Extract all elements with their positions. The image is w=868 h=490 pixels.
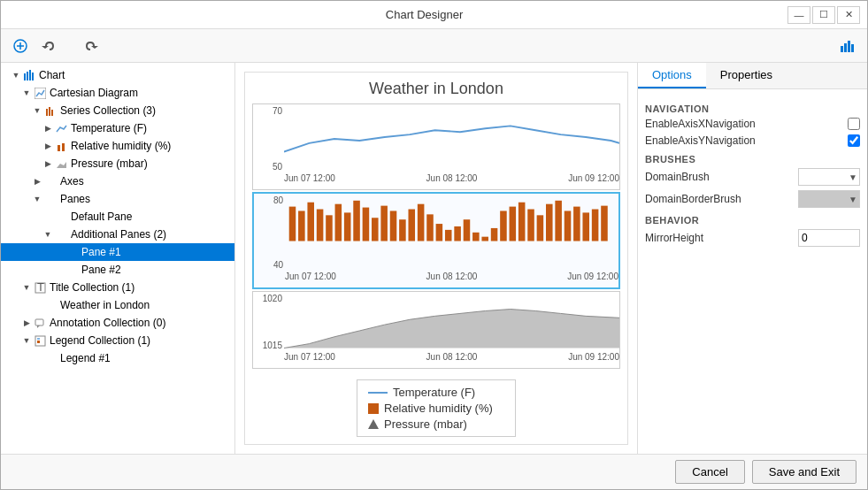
tree-label-pane2: Pane #2 xyxy=(81,264,121,276)
tree-item-defaultpane[interactable]: Default Pane xyxy=(1,208,234,226)
svg-rect-33 xyxy=(363,208,370,241)
bar-pane-xaxis: Jun 07 12:00 Jun 08 12:00 Jun 09 12:00 xyxy=(285,272,618,287)
svg-rect-46 xyxy=(481,237,488,241)
checkbox-axisY[interactable] xyxy=(848,134,860,147)
svg-rect-8 xyxy=(27,72,28,80)
tree-item-addpanes[interactable]: ▼ Additional Panes (2) xyxy=(1,226,234,243)
diagram-icon xyxy=(33,86,47,100)
bar-series-icon xyxy=(54,139,68,153)
expander-temperature: ▶ xyxy=(42,122,54,134)
input-mirrorheight[interactable] xyxy=(798,229,860,247)
svg-rect-51 xyxy=(527,210,534,241)
restore-button[interactable]: ☐ xyxy=(812,6,835,24)
tree-label-panes: Panes xyxy=(60,193,90,205)
svg-rect-9 xyxy=(29,70,31,80)
expander-axes: ▶ xyxy=(31,175,43,188)
bar-y-top: 80 xyxy=(256,195,283,205)
line-x-2: Jun 08 12:00 xyxy=(426,173,478,189)
line-pane-yaxis: 70 50 xyxy=(253,104,284,173)
domainbrush-arrow: ▼ xyxy=(849,172,857,182)
expander-pane1 xyxy=(52,246,65,258)
svg-rect-4 xyxy=(844,43,847,52)
legend-label-humidity: Relative humidity (%) xyxy=(384,402,493,415)
expander-legendcol: ▼ xyxy=(20,334,33,347)
line-x-3: Jun 09 12:00 xyxy=(568,173,619,189)
area-pane-content xyxy=(284,292,619,352)
checkbox-axisX[interactable] xyxy=(848,118,860,130)
expander-titleitem xyxy=(31,299,43,311)
svg-rect-32 xyxy=(353,201,360,241)
tree-label-defaultpane: Default Pane xyxy=(71,211,132,223)
legend-bar-icon xyxy=(368,403,379,414)
add-button[interactable] xyxy=(8,34,33,58)
svg-rect-36 xyxy=(390,211,397,241)
svg-rect-54 xyxy=(555,201,562,241)
bar-pane: 80 40 xyxy=(252,192,620,289)
legend-triangle-icon xyxy=(368,419,379,429)
svg-rect-29 xyxy=(326,215,333,241)
svg-rect-22 xyxy=(35,336,45,346)
tree-item-legend1[interactable]: Legend #1 xyxy=(1,349,234,367)
tree-item-titlecol[interactable]: ▼ T Title Collection (1) xyxy=(1,279,234,296)
svg-rect-35 xyxy=(380,206,388,241)
legend-col-icon xyxy=(33,333,47,348)
svg-rect-7 xyxy=(24,73,26,80)
domainborderbrush-dropdown[interactable]: ▼ xyxy=(798,190,860,208)
chart-container: Weather in London 70 50 xyxy=(244,72,628,445)
tree-label-legend1: Legend #1 xyxy=(60,352,111,364)
svg-rect-5 xyxy=(848,41,850,52)
legend1-icon xyxy=(43,351,58,365)
chart-view-button[interactable] xyxy=(835,34,860,58)
legend-item-humidity: Relative humidity (%) xyxy=(368,402,504,415)
tree-item-temperature[interactable]: ▶ Temperature (F) xyxy=(1,119,234,137)
tree-item-series[interactable]: ▼ Series Collection (3) xyxy=(1,102,234,119)
tree-item-annotcol[interactable]: ▶ Annotation Collection (0) xyxy=(1,314,234,332)
tree-item-axes[interactable]: ▶ Axes xyxy=(1,172,234,190)
tree-item-humidity[interactable]: ▶ Relative humidity (%) xyxy=(1,137,234,155)
tree-item-pressure[interactable]: ▶ Pressure (mbar) xyxy=(1,155,234,172)
tree-item-cartesian[interactable]: ▼ Cartesian Diagram xyxy=(1,84,234,102)
svg-rect-13 xyxy=(49,107,50,116)
undo-button[interactable] xyxy=(36,34,61,58)
cancel-button[interactable]: Cancel xyxy=(675,460,744,484)
line-y-bottom: 50 xyxy=(255,162,282,172)
close-button[interactable]: ✕ xyxy=(837,6,860,24)
svg-rect-40 xyxy=(426,214,434,241)
tree-item-panes[interactable]: ▼ Panes xyxy=(1,190,234,208)
tree-item-pane2[interactable]: Pane #2 xyxy=(1,261,234,279)
svg-rect-10 xyxy=(32,73,34,80)
tree-item-titleitem[interactable]: Weather in London xyxy=(1,296,234,314)
svg-rect-50 xyxy=(518,203,526,241)
prop-label-axisX: EnableAxisXNavigation xyxy=(645,118,844,130)
prop-label-domainbrush: DomainBrush xyxy=(645,171,795,183)
svg-rect-24 xyxy=(37,341,40,343)
svg-rect-44 xyxy=(464,219,471,241)
domainbrush-dropdown[interactable]: ▼ xyxy=(798,168,860,186)
tab-options[interactable]: Options xyxy=(638,63,706,88)
minimize-button[interactable]: — xyxy=(787,6,810,24)
legend-item-pressure: Pressure (mbar) xyxy=(368,417,504,431)
annot-col-icon xyxy=(33,316,47,330)
svg-rect-39 xyxy=(418,204,425,241)
tab-properties[interactable]: Properties xyxy=(706,63,787,88)
svg-rect-16 xyxy=(62,143,65,151)
area-x-2: Jun 08 12:00 xyxy=(426,352,478,368)
redo-button[interactable] xyxy=(65,34,89,58)
save-exit-button[interactable]: Save and Exit xyxy=(752,460,856,484)
series-icon xyxy=(43,103,58,118)
bar-x-2: Jun 08 12:00 xyxy=(426,272,478,287)
line-pane: 70 50 Jun 07 12:00 Jun 08 12:00 Jun 09 1… xyxy=(252,103,620,190)
svg-rect-37 xyxy=(399,219,406,241)
tree-item-chart[interactable]: ▼ Chart xyxy=(1,66,234,84)
tree-item-pane1[interactable]: Pane #1 xyxy=(1,243,234,261)
svg-rect-52 xyxy=(537,215,544,241)
expander-series: ▼ xyxy=(31,104,43,117)
svg-rect-38 xyxy=(408,210,415,241)
svg-rect-26 xyxy=(298,211,305,241)
prop-row-axisY: EnableAxisYNavigation xyxy=(645,134,860,147)
addpanes-icon xyxy=(54,227,68,241)
svg-rect-25 xyxy=(289,207,296,241)
legend-item-temperature: Temperature (F) xyxy=(368,386,504,399)
svg-rect-47 xyxy=(491,228,498,241)
tree-item-legendcol[interactable]: ▼ Legend Collection (1) xyxy=(1,332,234,349)
